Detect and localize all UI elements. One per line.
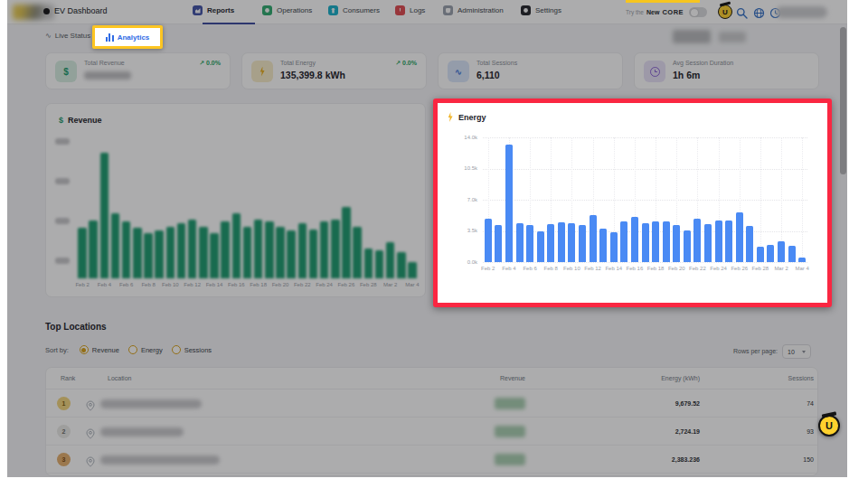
stat-card-total-energy: Total Energy 135,399.8 kWh ↗ 0.0% bbox=[241, 52, 427, 89]
tab-analytics[interactable]: Analytics bbox=[118, 33, 150, 42]
bar bbox=[221, 221, 230, 278]
radio-icon[interactable] bbox=[172, 345, 181, 354]
stat-card-avg-duration: Avg Session Duration 1h 6m bbox=[634, 52, 819, 89]
analytics-icon bbox=[106, 33, 114, 42]
tab-live-status[interactable]: ∿ Live Status bbox=[45, 32, 90, 40]
ytick: 3.5k bbox=[450, 228, 477, 233]
bar bbox=[590, 215, 597, 262]
sort-option-revenue[interactable]: Revenue bbox=[80, 345, 119, 354]
top-nav-bar: EV Dashboard Reports Operations Consumer… bbox=[7, 0, 847, 24]
export-control-redacted[interactable] bbox=[719, 32, 746, 42]
rows-per-page-label: Rows per page: bbox=[687, 348, 778, 354]
xtick: Feb 24 bbox=[710, 266, 727, 271]
vertical-scrollbar-thumb[interactable] bbox=[840, 27, 846, 174]
pulse-icon: ∿ bbox=[45, 32, 52, 40]
y-axis-label-redacted bbox=[55, 218, 70, 224]
bar bbox=[364, 249, 373, 278]
bar bbox=[757, 247, 764, 262]
bar bbox=[188, 220, 197, 278]
hgrid bbox=[483, 137, 807, 138]
search-icon[interactable] bbox=[736, 6, 748, 23]
xtick: Feb 26 bbox=[731, 266, 748, 271]
globe-icon[interactable] bbox=[753, 6, 765, 23]
trend-up-badge: ↗ 0.0% bbox=[199, 60, 221, 67]
assistant-widget-icon[interactable]: U bbox=[818, 415, 840, 436]
bar bbox=[397, 252, 406, 278]
vgrid bbox=[760, 137, 761, 262]
energy-chart-title: Energy bbox=[447, 112, 486, 122]
bar bbox=[320, 221, 329, 278]
tab-consumers[interactable]: Consumers bbox=[328, 5, 380, 15]
xtick: Feb 4 bbox=[502, 266, 515, 271]
bar bbox=[287, 230, 296, 278]
stat-card-total-sessions: ∿ Total Sessions 6,110 bbox=[438, 52, 623, 89]
revenue-value-redacted bbox=[495, 426, 525, 437]
xtick: Feb 2 bbox=[481, 266, 495, 271]
bar bbox=[704, 224, 712, 262]
xtick: Feb 20 bbox=[668, 266, 685, 271]
xtick: Feb 10 bbox=[162, 282, 179, 287]
bar bbox=[331, 220, 340, 278]
pulse-icon: ∿ bbox=[448, 61, 469, 82]
bar bbox=[89, 221, 98, 278]
bar bbox=[767, 245, 774, 262]
tab-settings[interactable]: Settings bbox=[521, 5, 561, 15]
xtick: Feb 28 bbox=[360, 282, 377, 287]
date-range-redacted[interactable] bbox=[673, 30, 711, 43]
rank-badge: 2 bbox=[57, 425, 71, 438]
bar bbox=[652, 221, 659, 262]
tab-reports[interactable]: Reports bbox=[193, 5, 234, 15]
location-name-redacted bbox=[100, 455, 220, 465]
sort-option-energy[interactable]: Energy bbox=[128, 345, 163, 354]
bar bbox=[746, 226, 753, 262]
bar bbox=[276, 227, 285, 278]
dollar-icon: $ bbox=[59, 116, 63, 125]
radio-icon[interactable] bbox=[128, 345, 137, 354]
bolt-icon bbox=[447, 112, 454, 122]
bar bbox=[100, 153, 109, 278]
hgrid bbox=[483, 200, 807, 201]
user-name-redacted[interactable] bbox=[776, 6, 827, 18]
table-row: 3 2,383.236 150 bbox=[46, 446, 817, 474]
administration-icon bbox=[443, 5, 453, 15]
bar bbox=[265, 221, 274, 278]
ytick: 14.0k bbox=[450, 135, 477, 140]
sort-option-sessions[interactable]: Sessions bbox=[172, 345, 212, 354]
xtick: Feb 16 bbox=[228, 282, 245, 287]
bar bbox=[798, 258, 806, 262]
core-toggle[interactable] bbox=[689, 7, 707, 17]
revenue-value-redacted bbox=[495, 454, 525, 465]
logs-icon bbox=[395, 5, 405, 15]
tab-administration[interactable]: Administration bbox=[443, 5, 504, 15]
rank-badge: 3 bbox=[57, 453, 71, 466]
tab-operations[interactable]: Operations bbox=[262, 5, 312, 15]
bar bbox=[663, 221, 670, 262]
xtick: Feb 12 bbox=[584, 266, 601, 271]
xtick: Feb 18 bbox=[647, 266, 665, 271]
bar bbox=[78, 228, 87, 278]
bar bbox=[111, 213, 120, 278]
radio-selected-icon[interactable] bbox=[80, 345, 89, 354]
xtick: Mar 2 bbox=[383, 282, 397, 287]
ytick: 7.0k bbox=[450, 197, 477, 202]
map-pin-icon bbox=[86, 455, 95, 471]
revenue-bar-plot: Feb 2Feb 4Feb 6Feb 8Feb 10Feb 12Feb 14Fe… bbox=[77, 140, 418, 278]
bolt-icon bbox=[251, 61, 273, 82]
map-pin-icon bbox=[86, 399, 95, 415]
xtick: Feb 16 bbox=[627, 266, 644, 271]
rows-per-page-select[interactable]: 10 bbox=[782, 344, 811, 359]
app-title: EV Dashboard bbox=[54, 6, 108, 15]
xtick: Feb 4 bbox=[98, 282, 111, 287]
tab-logs[interactable]: Logs bbox=[395, 5, 425, 15]
bar bbox=[579, 225, 586, 262]
assistant-badge-icon[interactable]: U bbox=[718, 5, 732, 19]
y-axis-label-redacted bbox=[55, 178, 70, 184]
xtick: Feb 14 bbox=[605, 266, 622, 271]
analytics-highlight-box[interactable]: Analytics bbox=[92, 25, 163, 49]
xtick: Mar 4 bbox=[796, 266, 809, 271]
bar bbox=[309, 230, 318, 278]
bar bbox=[254, 220, 263, 278]
trend-up-badge: ↗ 0.0% bbox=[395, 60, 417, 67]
app-window: EV Dashboard Reports Operations Consumer… bbox=[7, 0, 847, 477]
bar bbox=[725, 221, 732, 262]
